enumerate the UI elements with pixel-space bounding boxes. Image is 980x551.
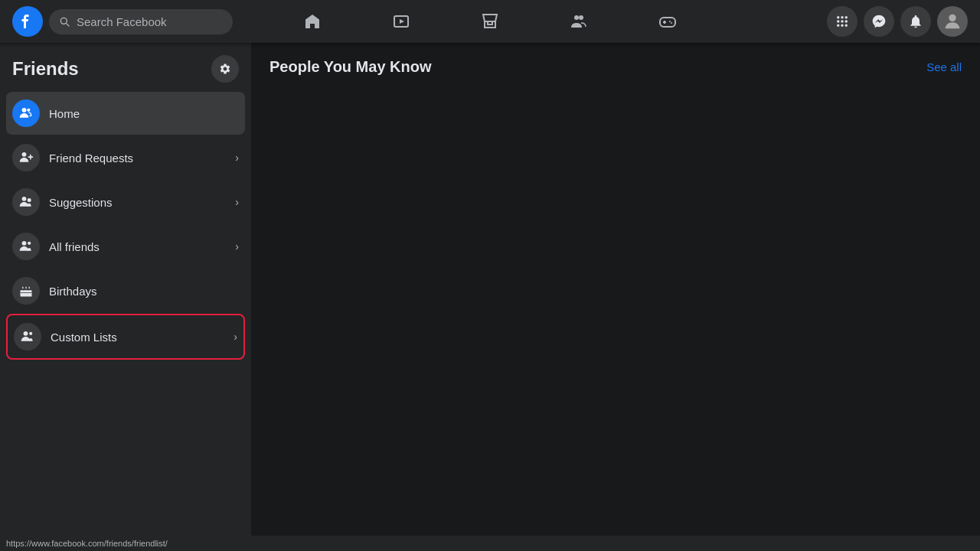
svg-point-3 <box>579 15 583 20</box>
home-friends-icon <box>12 99 40 127</box>
search-input[interactable] <box>77 15 224 28</box>
svg-point-7 <box>669 21 671 22</box>
sidebar-item-all-friends-label: All friends <box>49 240 226 253</box>
chevron-right-icon: › <box>235 152 239 164</box>
svg-rect-14 <box>845 21 848 23</box>
navbar-right <box>723 6 968 37</box>
chevron-right-icon: › <box>235 240 239 253</box>
nav-home-button[interactable] <box>270 3 355 40</box>
sidebar-item-birthdays-label: Birthdays <box>49 285 239 298</box>
nav-watch-button[interactable] <box>358 3 444 40</box>
main-content: People You May Know See all <box>251 43 980 551</box>
sidebar-item-suggestions-label: Suggestions <box>49 196 226 209</box>
svg-point-18 <box>949 15 956 21</box>
svg-point-34 <box>29 332 32 335</box>
sidebar-header: Friends <box>6 52 245 92</box>
facebook-logo[interactable] <box>12 6 43 37</box>
messenger-button[interactable] <box>864 6 894 37</box>
navbar-left <box>12 6 257 37</box>
sidebar-title: Friends <box>12 58 79 80</box>
nav-groups-button[interactable] <box>536 3 622 40</box>
settings-button[interactable] <box>211 55 239 83</box>
sidebar-item-suggestions[interactable]: Suggestions › <box>6 181 245 223</box>
see-all-link[interactable]: See all <box>926 60 962 73</box>
search-icon <box>58 15 70 28</box>
navbar-center <box>270 3 710 40</box>
sidebar-item-custom-lists-label: Custom Lists <box>51 331 224 344</box>
suggestions-icon <box>12 188 40 216</box>
apps-button[interactable] <box>827 6 858 37</box>
sidebar-item-friend-requests-label: Friend Requests <box>49 152 226 165</box>
notifications-button[interactable] <box>900 6 931 37</box>
nav-gaming-button[interactable] <box>625 3 710 40</box>
navbar <box>0 0 980 43</box>
svg-rect-13 <box>841 21 844 23</box>
svg-rect-12 <box>837 21 839 23</box>
main-layout: Friends Home <box>0 43 980 551</box>
custom-lists-icon <box>14 323 41 350</box>
svg-point-8 <box>671 22 672 24</box>
sidebar-item-custom-lists[interactable]: Custom Lists › <box>6 314 245 360</box>
svg-point-19 <box>22 108 27 112</box>
sidebar-item-home[interactable]: Home <box>6 92 245 135</box>
svg-point-25 <box>28 198 31 202</box>
birthdays-icon <box>12 277 40 305</box>
all-friends-icon <box>12 233 40 260</box>
svg-rect-11 <box>845 16 848 18</box>
avatar[interactable] <box>937 6 968 37</box>
search-bar[interactable] <box>49 9 233 34</box>
svg-rect-17 <box>845 24 848 27</box>
svg-point-20 <box>27 109 30 112</box>
people-you-may-know-title: People You May Know <box>270 58 432 76</box>
status-url: https://www.facebook.com/friends/friendl… <box>6 539 168 548</box>
svg-rect-16 <box>841 24 844 27</box>
svg-rect-28 <box>21 290 32 296</box>
friend-requests-icon <box>12 144 40 171</box>
sidebar-item-all-friends[interactable]: All friends › <box>6 225 245 268</box>
status-bar: https://www.facebook.com/friends/friendl… <box>0 536 980 551</box>
chevron-right-icon: › <box>235 196 239 208</box>
svg-rect-15 <box>837 24 839 27</box>
svg-rect-4 <box>660 18 675 27</box>
svg-point-2 <box>574 15 579 20</box>
nav-marketplace-button[interactable] <box>447 3 533 40</box>
chevron-right-icon: › <box>234 331 237 343</box>
sidebar-item-home-label: Home <box>49 107 239 120</box>
sidebar: Friends Home <box>0 43 251 551</box>
svg-point-27 <box>28 242 31 245</box>
sidebar-item-birthdays[interactable]: Birthdays <box>6 269 245 312</box>
svg-point-21 <box>22 152 27 157</box>
svg-marker-1 <box>400 19 404 24</box>
svg-rect-10 <box>841 16 844 18</box>
svg-point-26 <box>22 241 27 246</box>
sidebar-item-friend-requests[interactable]: Friend Requests › <box>6 136 245 179</box>
section-header: People You May Know See all <box>270 58 962 76</box>
svg-rect-9 <box>837 16 839 18</box>
svg-point-33 <box>24 331 28 336</box>
svg-point-24 <box>22 197 27 201</box>
